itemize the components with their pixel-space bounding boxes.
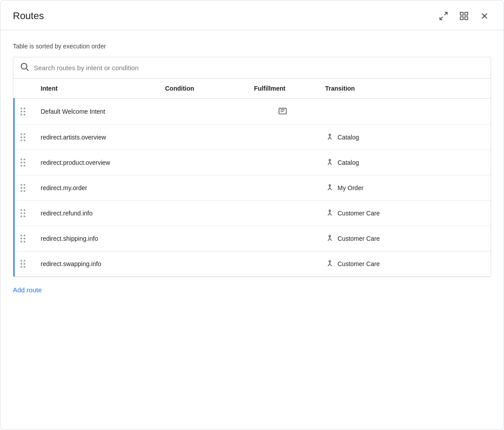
- condition-cell: [158, 125, 247, 150]
- svg-point-33: [329, 261, 330, 262]
- svg-rect-3: [465, 12, 468, 15]
- transition-cell: Catalog: [318, 125, 491, 150]
- condition-cell: [158, 175, 247, 201]
- svg-point-21: [329, 185, 330, 186]
- drag-cell: [14, 99, 34, 125]
- svg-line-15: [328, 137, 329, 139]
- fulfillment-cell: [247, 226, 318, 251]
- page-transition-icon: [325, 259, 334, 268]
- search-input[interactable]: [34, 64, 484, 72]
- intent-cell: Default Welcome Intent: [34, 99, 158, 125]
- col-drag: [14, 79, 34, 99]
- intent-cell: redirect.shipping.info: [34, 226, 158, 251]
- col-transition-header: Transition: [318, 79, 491, 99]
- intent-cell: redirect.refund.info: [34, 201, 158, 226]
- page-transition-icon: [325, 158, 334, 167]
- grid-button[interactable]: [457, 9, 471, 23]
- intent-cell: redirect.product.overview: [34, 150, 158, 175]
- intent-cell: redirect.swapping.info: [34, 251, 158, 277]
- fulfillment-cell: [247, 125, 318, 150]
- col-condition-header: Condition: [158, 79, 247, 99]
- svg-line-32: [330, 239, 332, 241]
- page-transition-icon: [325, 183, 334, 192]
- drag-cell: [14, 175, 34, 201]
- col-intent-header: Intent: [34, 79, 158, 99]
- transition-label: My Order: [338, 184, 364, 191]
- intent-cell: redirect.artists.overview: [34, 125, 158, 150]
- svg-line-31: [328, 239, 329, 241]
- search-bar: [13, 57, 491, 78]
- svg-line-24: [330, 188, 332, 190]
- transition-cell: Customer Care: [318, 226, 491, 251]
- drag-handle[interactable]: [19, 235, 27, 243]
- table-row[interactable]: redirect.artists.overview Catalog: [14, 125, 491, 150]
- fulfillment-cell: [247, 201, 318, 226]
- svg-line-19: [328, 163, 329, 165]
- transition-label: Catalog: [338, 159, 359, 166]
- drag-handle[interactable]: [19, 260, 27, 268]
- add-route-button[interactable]: Add route: [13, 277, 491, 304]
- svg-line-28: [330, 213, 332, 215]
- header-actions: [437, 9, 491, 23]
- drag-handle[interactable]: [19, 133, 27, 141]
- table-row[interactable]: redirect.shipping.info Customer Care: [14, 226, 491, 251]
- transition-label: Customer Care: [338, 260, 380, 267]
- svg-line-23: [328, 188, 329, 190]
- svg-point-17: [329, 159, 330, 161]
- svg-point-29: [329, 235, 330, 237]
- condition-cell: [158, 150, 247, 175]
- drag-handle[interactable]: [19, 184, 27, 192]
- svg-rect-4: [460, 17, 463, 20]
- table-header-row: Intent Condition Fulfillment Transition: [14, 79, 491, 99]
- search-icon: [20, 62, 29, 74]
- condition-cell: [158, 99, 247, 125]
- transition-cell: Customer Care: [318, 201, 491, 226]
- dialog-header: Routes: [0, 0, 504, 30]
- page-transition-icon: [325, 234, 334, 243]
- sort-label: Table is sorted by execution order: [13, 43, 491, 50]
- intent-cell: redirect.my.order: [34, 175, 158, 201]
- dialog-title: Routes: [13, 10, 44, 22]
- close-button[interactable]: [478, 9, 491, 23]
- transition-label: Customer Care: [338, 235, 380, 242]
- drag-cell: [14, 125, 34, 150]
- table-row[interactable]: redirect.product.overview Catalog: [14, 150, 491, 175]
- table-row[interactable]: redirect.refund.info Customer Care: [14, 201, 491, 226]
- drag-cell: [14, 226, 34, 251]
- col-fulfillment-header: Fulfillment: [247, 79, 318, 99]
- svg-point-13: [329, 134, 330, 135]
- dialog-body: Table is sorted by execution order Inten…: [0, 30, 504, 430]
- drag-handle[interactable]: [19, 209, 27, 217]
- drag-handle[interactable]: [19, 159, 27, 167]
- routes-table-container: Intent Condition Fulfillment Transition …: [13, 78, 491, 277]
- table-row[interactable]: Default Welcome Intent: [14, 99, 491, 125]
- fulfillment-cell: [247, 150, 318, 175]
- transition-label: Catalog: [338, 134, 359, 141]
- table-row[interactable]: redirect.swapping.info Customer Care: [14, 251, 491, 277]
- condition-cell: [158, 226, 247, 251]
- page-transition-icon: [325, 209, 334, 218]
- svg-line-20: [330, 163, 332, 165]
- fulfillment-cell: [247, 251, 318, 277]
- page-transition-icon: [325, 133, 334, 142]
- svg-line-36: [330, 264, 332, 266]
- transition-cell: Catalog: [318, 150, 491, 175]
- svg-line-0: [444, 12, 447, 15]
- svg-line-16: [330, 137, 332, 139]
- svg-rect-10: [279, 108, 286, 114]
- fulfillment-cell: [247, 99, 318, 125]
- transition-label: Customer Care: [338, 210, 380, 217]
- svg-line-1: [440, 17, 443, 20]
- expand-button[interactable]: [437, 9, 450, 23]
- table-row[interactable]: redirect.my.order My Order: [14, 175, 491, 201]
- drag-cell: [14, 251, 34, 277]
- drag-handle[interactable]: [19, 108, 27, 115]
- drag-cell: [14, 150, 34, 175]
- svg-line-27: [328, 213, 329, 215]
- condition-cell: [158, 251, 247, 277]
- svg-line-35: [328, 264, 329, 266]
- svg-rect-2: [460, 12, 463, 15]
- drag-cell: [14, 201, 34, 226]
- svg-line-9: [26, 68, 28, 71]
- transition-cell: My Order: [318, 175, 491, 201]
